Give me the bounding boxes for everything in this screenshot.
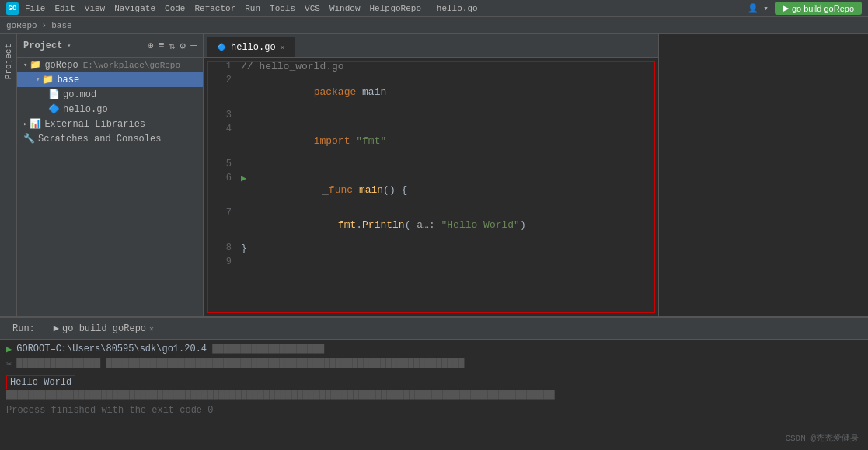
sidebar-sync-icon[interactable]: ⇅	[169, 40, 176, 52]
tree-label-extlibs: External Libraries	[44, 119, 145, 130]
line-num-9: 9	[210, 256, 232, 267]
line-content-6: ⎯func main() {	[249, 173, 407, 208]
run-output: ▶ GOROOT=C:\Users\80595\sdk\go1.20.4 ███…	[0, 340, 868, 450]
code-line-1: 1 // hello_world.go	[204, 61, 658, 75]
editor-area: 🔷 hello.go ✕ 1 // hello_world.go 2 packa…	[204, 34, 658, 316]
tree-item-gorep[interactable]: ▾ 📁 goRepo E:\workplace\goRepo	[17, 58, 203, 72]
run-tab-label: Run:	[6, 322, 41, 336]
output-line-process: Process finished with the exit code 0	[6, 405, 862, 419]
sidebar-collapse-icon[interactable]: ≡	[159, 40, 165, 51]
main-area: Project Project ▾ ⊕ ≡ ⇅ ⚙ — ▾ 📁 goRepo E…	[0, 34, 868, 316]
line-num-2: 2	[210, 75, 232, 85]
tree-label-gomod: go.mod	[63, 89, 96, 100]
output-goroot-text: GOROOT=C:\Users\80595\sdk\go1.20.4	[16, 344, 207, 354]
menu-bar: File Edit View Navigate Code Refactor Ru…	[25, 4, 748, 13]
run-tab-close[interactable]: ✕	[149, 324, 154, 333]
run-button[interactable]: ▶ go build goRepo	[775, 2, 862, 15]
go-logo: GO	[6, 2, 19, 15]
code-line-9: 9	[204, 256, 658, 270]
run-gutter-arrow[interactable]: ▶	[241, 173, 246, 184]
title-bar: GO File Edit View Navigate Code Refactor…	[0, 0, 868, 17]
output-line-goroot: ▶ GOROOT=C:\Users\80595\sdk\go1.20.4 ███…	[6, 344, 862, 358]
sidebar-add-icon[interactable]: ⊕	[148, 40, 154, 52]
window-title: goRepo - hello.go	[390, 4, 477, 13]
sidebar-settings-icon[interactable]: ⚙	[180, 40, 186, 52]
run-icon: ▶	[54, 323, 59, 334]
menu-navigate[interactable]: Navigate	[114, 4, 155, 13]
hello-world-output: Hello World	[6, 375, 75, 389]
tab-close-icon[interactable]: ✕	[281, 43, 285, 52]
menu-window[interactable]: Window	[329, 4, 361, 13]
line-num-6: 6	[210, 173, 232, 183]
sidebar-hide-icon[interactable]: —	[190, 40, 197, 51]
right-panel	[658, 34, 868, 316]
tree-item-hellogo[interactable]: 🔷 hello.go	[17, 102, 203, 117]
gomod-icon: 📄	[48, 89, 60, 100]
process-finished-text: Process finished with the exit code 0	[6, 405, 213, 416]
tree-label-base: base	[57, 75, 79, 85]
menu-run[interactable]: Run	[245, 4, 260, 13]
tab-label: hello.go	[231, 42, 276, 53]
bottom-panel: Run: ▶ go build goRepo ✕ ▶ GOROOT=C:\Use…	[0, 316, 868, 450]
output-arrow-1: ▶	[6, 344, 12, 355]
breadcrumb-base: base	[51, 21, 71, 30]
menu-vcs[interactable]: VCS	[305, 4, 320, 13]
scratch-icon: 🔧	[23, 133, 35, 145]
folder-icon-base: 📁	[42, 74, 54, 85]
output-blurred-1: ████████████████████	[207, 344, 324, 354]
code-line-7: 7 fmt.Println( a…: "Hello World")	[204, 208, 658, 242]
project-label: Project	[23, 40, 62, 51]
code-line-2: 2 package main	[204, 75, 658, 110]
tree-item-gomod[interactable]: 📄 go.mod	[17, 87, 203, 102]
sidebar-header: Project ▾ ⊕ ≡ ⇅ ⚙ —	[17, 34, 203, 58]
line-num-4: 4	[210, 124, 232, 134]
tree-item-extlibs[interactable]: ▸ 📊 External Libraries	[17, 117, 203, 131]
tab-hellogo[interactable]: 🔷 hello.go ✕	[207, 37, 295, 57]
tab-file-icon: 🔷	[217, 43, 226, 52]
tree-label-scratches: Scratches and Consoles	[38, 134, 161, 145]
run-tab-name[interactable]: ▶ go build goRepo ✕	[47, 321, 160, 336]
output-line-blurred-3: ████████████████████████████████████████…	[6, 390, 862, 404]
menu-help[interactable]: Help	[370, 4, 390, 13]
breadcrumb-gorep: goRepo	[6, 21, 37, 30]
menu-file[interactable]: File	[25, 4, 45, 13]
menu-edit[interactable]: Edit	[54, 4, 75, 13]
gofile-icon: 🔷	[48, 103, 60, 115]
code-editor-wrapper: 1 // hello_world.go 2 package main 3	[204, 58, 658, 316]
tree-label-gorep: goRepo	[44, 60, 78, 71]
line-content-4: import "fmt"	[241, 124, 386, 159]
left-tab-strip: Project	[0, 34, 17, 316]
sidebar-toolbar: ⊕ ≡ ⇅ ⚙ —	[148, 40, 197, 52]
bottom-tabs: Run: ▶ go build goRepo ✕	[0, 318, 868, 340]
expand-arrow-gorep: ▾	[23, 61, 27, 69]
code-line-8: 8 }	[204, 242, 658, 256]
extlib-icon: 📊	[30, 118, 41, 130]
tree-item-base[interactable]: ▾ 📁 base	[17, 72, 203, 87]
expand-arrow-base: ▾	[36, 75, 40, 84]
output-line-blurred-2: ✂ ███████████████ ██████████████████████…	[6, 358, 862, 372]
tree-item-scratches[interactable]: 🔧 Scratches and Consoles	[17, 131, 203, 146]
code-editor[interactable]: 1 // hello_world.go 2 package main 3	[204, 58, 658, 316]
line-content-2: package main	[241, 75, 386, 110]
line-num-7: 7	[210, 208, 232, 218]
code-line-5: 5	[204, 159, 658, 173]
tree-path-gorep: E:\workplace\goRepo	[83, 61, 180, 70]
csdn-watermark: CSDN @禿禿爱健身	[785, 432, 859, 444]
line-content-7: fmt.Println( a…: "Hello World")	[241, 208, 526, 242]
menu-refactor[interactable]: Refactor	[194, 4, 235, 13]
user-icon: 👤 ▾	[748, 3, 769, 13]
code-line-6: 6 ▶ ⎯func main() {	[204, 173, 658, 208]
line-content-1: // hello_world.go	[241, 61, 344, 72]
menu-code[interactable]: Code	[165, 4, 185, 13]
output-line-hello: Hello World	[6, 375, 862, 389]
folder-icon-gorep: 📁	[30, 59, 41, 71]
menu-tools[interactable]: Tools	[270, 4, 295, 13]
menu-view[interactable]: View	[85, 4, 105, 13]
breadcrumb: goRepo › base	[0, 17, 868, 34]
output-icon-2: ✂	[6, 358, 12, 370]
project-tab-label[interactable]: Project	[2, 40, 15, 82]
output-blurred-3: ████████████████████████████████████████…	[6, 390, 555, 401]
project-dropdown-arrow[interactable]: ▾	[67, 42, 71, 49]
toolbar-right: 👤 ▾ ▶ go build goRepo	[748, 2, 862, 15]
line-num-3: 3	[210, 110, 232, 120]
